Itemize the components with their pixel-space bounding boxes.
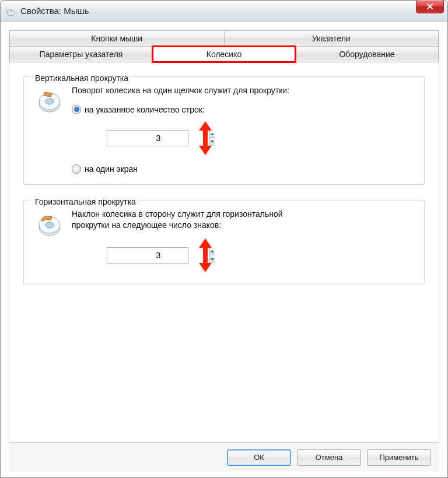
tab-pointers[interactable]: Указатели [224, 30, 439, 47]
spinner-horizontal-chars [107, 247, 188, 263]
radio-lines-label: на указанное количество строк: [85, 105, 205, 114]
radio-row-screen: на один экран [72, 164, 415, 174]
wheel-horizontal-icon [36, 211, 64, 239]
svg-point-6 [46, 222, 54, 228]
tab-pointer-options[interactable]: Параметры указателя [9, 46, 153, 62]
tab-row-2: Параметры указателя Колесико Оборудовани… [9, 46, 439, 62]
svg-point-3 [46, 99, 54, 104]
spinner-vertical-lines [107, 130, 188, 146]
dialog-footer: ОК Отмена Применить [9, 442, 439, 472]
annotation-arrow-horizontal [197, 237, 214, 273]
close-button[interactable] [416, 0, 444, 13]
tab-mouse-buttons[interactable]: Кнопки мыши [9, 30, 225, 47]
dialog-window: Свойства: Мышь Кнопки мыши Указатели Пар… [0, 0, 448, 478]
radio-lines[interactable] [72, 105, 81, 114]
cancel-button[interactable]: Отмена [297, 449, 361, 466]
tab-page-wheel: Вертикальная прокрутка [9, 62, 439, 442]
spinner-vertical-input[interactable] [107, 131, 209, 146]
ok-button[interactable]: ОК [227, 449, 291, 466]
client-area: Кнопки мыши Указатели Параметры указател… [1, 22, 447, 477]
apply-button[interactable]: Применить [367, 449, 431, 466]
tab-hardware[interactable]: Оборудование [295, 46, 439, 62]
radio-screen[interactable] [72, 164, 81, 174]
group-vertical-box: Поворот колесика на один щелчок служит д… [23, 76, 425, 185]
window-title: Свойства: Мышь [20, 6, 443, 16]
group-horizontal-scroll: Горизонтальная прокрутка [23, 196, 425, 284]
tab-container: Кнопки мыши Указатели Параметры указател… [9, 30, 439, 442]
mouse-icon [5, 6, 17, 16]
group-horizontal-legend: Горизонтальная прокрутка [33, 197, 136, 206]
horizontal-desc: Наклон колесика в сторону служит для гор… [72, 209, 293, 231]
tab-row-1: Кнопки мыши Указатели [9, 30, 439, 47]
spinner-horizontal-input[interactable] [107, 248, 209, 263]
group-vertical-scroll: Вертикальная прокрутка [23, 73, 425, 185]
vertical-desc: Поворот колесика на один щелчок служит д… [72, 85, 415, 97]
tab-wheel[interactable]: Колесико [152, 46, 296, 62]
annotation-arrow-vertical [197, 120, 214, 156]
wheel-vertical-icon [36, 87, 64, 115]
radio-row-lines: на указанное количество строк: [72, 105, 415, 114]
group-horizontal-box: Наклон колесика в сторону служит для гор… [23, 200, 425, 284]
radio-screen-label: на один экран [85, 164, 138, 174]
group-vertical-legend: Вертикальная прокрутка [33, 73, 128, 83]
titlebar: Свойства: Мышь [1, 1, 447, 22]
